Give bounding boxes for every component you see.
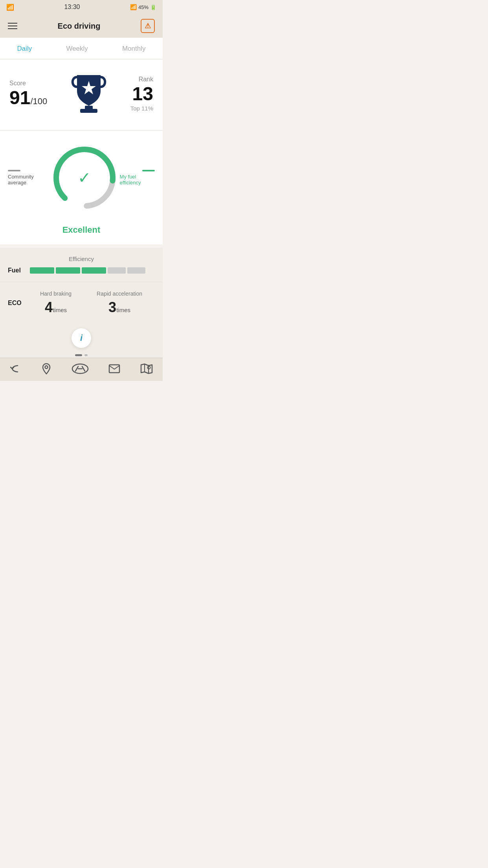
- nav-map[interactable]: [140, 363, 153, 374]
- hard-braking-unit: times: [53, 307, 67, 313]
- score-label: Score: [9, 80, 47, 87]
- gauge-row: Community average ✓ My fuel efficiency: [8, 142, 155, 213]
- rank-sub: Top 11%: [130, 105, 153, 112]
- hard-braking-title: Hard braking: [40, 291, 72, 297]
- gauge-checkmark: ✓: [78, 169, 91, 187]
- wifi-icon: 📶: [6, 4, 14, 11]
- gauge-chart: ✓: [49, 142, 120, 213]
- score-section: Score 91/100 Rank 13 Top 11%: [0, 59, 163, 130]
- header: Eco driving ⚠: [0, 14, 163, 38]
- status-bar: 📶 13:30 📶 45% 🔋: [0, 0, 163, 14]
- rank-number: 13: [130, 85, 153, 103]
- page-title: Eco driving: [58, 22, 101, 31]
- status-time: 13:30: [64, 4, 80, 11]
- status-right: 📶 45% 🔋: [130, 4, 156, 10]
- trophy-icon: [69, 71, 108, 114]
- score-denom: /100: [30, 96, 47, 106]
- fuel-row: Fuel: [8, 267, 155, 274]
- alert-icon: ⚠: [145, 22, 151, 30]
- rapid-accel-number: 3: [108, 299, 116, 315]
- fuel-bar-2: [56, 267, 80, 274]
- page-dot-active: [75, 354, 82, 356]
- menu-button[interactable]: [8, 23, 17, 29]
- fuel-bar-container: [30, 267, 155, 274]
- bluetooth-icon: 📶: [130, 4, 137, 10]
- score-panel: Score 91/100: [9, 80, 47, 107]
- legend-green-line: [142, 170, 155, 171]
- rapid-accel-title: Rapid acceleration: [97, 291, 142, 297]
- menu-line-1: [8, 23, 17, 24]
- fuel-bar-5: [127, 267, 145, 274]
- legend-gray-line: [8, 170, 20, 171]
- battery-icon: 🔋: [150, 4, 156, 10]
- nav-back[interactable]: [10, 363, 21, 374]
- rapid-accel-value-row: 3times: [97, 299, 142, 316]
- eco-label: ECO: [8, 300, 28, 307]
- tab-weekly[interactable]: Weekly: [60, 43, 94, 54]
- back-icon: [10, 363, 21, 374]
- bottom-nav: [0, 358, 163, 381]
- svg-rect-1: [80, 109, 97, 113]
- rapid-accel-unit: times: [116, 307, 130, 313]
- fuel-bar-4: [108, 267, 126, 274]
- page-dot-inactive: [84, 354, 88, 356]
- map-icon: [140, 363, 153, 374]
- info-button[interactable]: i: [72, 328, 91, 348]
- divider-2: [0, 282, 163, 282]
- score-display: 91/100: [9, 88, 47, 107]
- page-dots: [0, 351, 163, 358]
- alert-button[interactable]: ⚠: [141, 19, 155, 33]
- rank-panel: Rank 13 Top 11%: [130, 76, 153, 112]
- rank-label: Rank: [130, 76, 153, 83]
- nav-location[interactable]: [41, 363, 52, 375]
- legend-fuel-label: My fuel efficiency: [120, 174, 155, 186]
- tab-daily[interactable]: Daily: [11, 43, 39, 54]
- fuel-bar-1: [30, 267, 54, 274]
- tab-bar: Daily Weekly Monthly: [0, 38, 163, 59]
- svg-point-5: [45, 366, 48, 369]
- legend-fuel: My fuel efficiency: [120, 170, 155, 186]
- eco-section: ECO Hard braking 4times Rapid accelerati…: [0, 283, 163, 324]
- hard-braking-value-row: 4times: [40, 299, 72, 316]
- tab-monthly[interactable]: Monthly: [116, 43, 152, 54]
- battery-percent: 45%: [138, 4, 149, 10]
- info-icon: i: [80, 333, 83, 343]
- eco-stats: Hard braking 4times Rapid acceleration 3…: [28, 291, 155, 316]
- fuel-bar-3: [82, 267, 106, 274]
- menu-line-3: [8, 28, 17, 29]
- efficiency-header: Efficiency: [8, 256, 155, 262]
- efficiency-section: Efficiency Fuel: [0, 248, 163, 282]
- fuel-label: Fuel: [8, 267, 24, 274]
- legend-community-label: Community average: [8, 174, 49, 186]
- hard-braking-stat: Hard braking 4times: [40, 291, 72, 316]
- rapid-accel-stat: Rapid acceleration 3times: [97, 291, 142, 316]
- score-number: 91: [9, 87, 30, 108]
- message-icon: [108, 364, 120, 373]
- nav-hyundai[interactable]: [72, 363, 89, 374]
- nav-message[interactable]: [108, 364, 120, 373]
- legend-community: Community average: [8, 170, 49, 186]
- gauge-section: Community average ✓ My fuel efficiency E…: [0, 131, 163, 245]
- gauge-rating: Excellent: [62, 225, 101, 235]
- trophy-area: [69, 71, 108, 116]
- location-icon: [41, 363, 52, 375]
- menu-line-2: [8, 26, 17, 26]
- info-button-row: i: [0, 324, 163, 351]
- hyundai-icon: [72, 363, 89, 374]
- hard-braking-number: 4: [45, 299, 53, 315]
